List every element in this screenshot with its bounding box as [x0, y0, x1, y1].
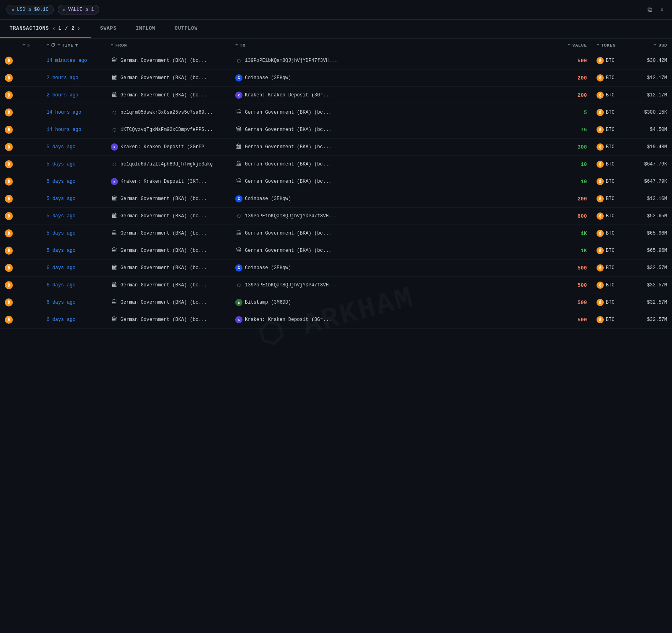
to-text[interactable]: Kraken: Kraken Deposit (3Gr... — [245, 317, 332, 323]
from-text[interactable]: German Government (BKA) (bc... — [120, 265, 207, 271]
to-text[interactable]: Bitstamp (3M6DD) — [245, 300, 291, 305]
time-sort-icon[interactable]: ≡ — [47, 43, 49, 48]
to-text[interactable]: German Government (BKA) (bc... — [245, 248, 332, 253]
token-filter-icon[interactable]: ≡ — [597, 43, 599, 48]
col-value[interactable]: ≡ VALUE — [556, 39, 592, 52]
to-text[interactable]: German Government (BKA) (bc... — [245, 231, 332, 236]
to-text[interactable]: 139PoPE1bKQam8QJjhVjYDP47f3VH... — [245, 58, 337, 63]
token-label: BTC — [606, 92, 615, 98]
to-text[interactable]: Kraken: Kraken Deposit (3Gr... — [245, 92, 332, 98]
time-cell[interactable]: 2 hours ago — [42, 69, 106, 87]
to-text[interactable]: German Government (BKA) (bc... — [245, 161, 332, 167]
from-cell: 🏛 German Government (BKA) (bc... — [106, 52, 230, 69]
addr-icon: ⬡ — [111, 126, 118, 133]
col-from[interactable]: ≡ FROM — [106, 39, 230, 52]
filter-icon[interactable]: ≡ — [22, 43, 25, 48]
time-cell[interactable]: 5 days ago — [42, 190, 106, 208]
value-filter-icon[interactable]: ≡ — [568, 43, 570, 48]
from-text[interactable]: Kraken: Kraken Deposit (3GrFP — [120, 144, 204, 150]
from-cell: 🏛 German Government (BKA) (bc... — [106, 190, 230, 208]
time-cell[interactable]: 5 days ago — [42, 156, 106, 173]
from-text[interactable]: German Government (BKA) (bc... — [120, 58, 207, 63]
from-filter-icon[interactable]: ≡ — [111, 43, 114, 48]
time-cell[interactable]: 14 hours ago — [42, 104, 106, 121]
from-text[interactable]: German Government (BKA) (bc... — [120, 282, 207, 288]
to-text[interactable]: German Government (BKA) (bc... — [245, 127, 332, 133]
from-text[interactable]: German Government (BKA) (bc... — [120, 317, 207, 323]
to-text[interactable]: Coinbase (3EHqw) — [245, 265, 291, 271]
table-row: ₿ 2 hours ago 🏛 German Government (BKA) … — [0, 87, 672, 104]
row-icons-cell — [18, 121, 42, 139]
to-text[interactable]: 139PoPE1bKQam8QJjhVjYDP47f3VH... — [245, 282, 337, 288]
tab-swaps[interactable]: SWAPS — [91, 20, 126, 38]
token-cell: ₿ BTC — [592, 52, 632, 69]
time-cell[interactable]: 5 days ago — [42, 173, 106, 190]
time-sort2-icon[interactable]: ≡ — [57, 43, 60, 48]
to-text[interactable]: German Government (BKA) (bc... — [245, 179, 332, 184]
from-text[interactable]: Kraken: Kraken Deposit (3KT... — [120, 179, 207, 184]
from-text[interactable]: bc1qulc6d7azlt4ph89djhfwgkje3akç — [120, 161, 213, 167]
usd-cell: $647.79K — [632, 156, 672, 173]
copy-icon[interactable]: ⧉ — [646, 4, 654, 15]
time-cell[interactable]: 6 days ago — [42, 277, 106, 294]
chain-icon-cell: ₿ — [0, 52, 18, 69]
tab-transactions[interactable]: TRANSACTIONS ‹ 1 / 2 › — [0, 20, 91, 38]
from-text[interactable]: German Government (BKA) (bc... — [120, 231, 207, 236]
download-icon[interactable]: ⬇ — [658, 4, 666, 15]
time-cell[interactable]: 2 hours ago — [42, 87, 106, 104]
col-token-label: TOKEN — [601, 43, 615, 48]
usd-filter-icon[interactable]: ≡ — [654, 43, 657, 48]
time-cell[interactable]: 6 days ago — [42, 259, 106, 277]
value-filter-remove[interactable]: ✕ — [63, 7, 66, 12]
from-text[interactable]: German Government (BKA) (bc... — [120, 196, 207, 202]
to-text[interactable]: Coinbase (3EHqw) — [245, 196, 291, 202]
to-filter-icon[interactable]: ≡ — [235, 43, 238, 48]
from-text[interactable]: German Government (BKA) (bc... — [120, 75, 207, 81]
time-cell[interactable]: 6 days ago — [42, 311, 106, 329]
value-cell: 10 — [556, 156, 592, 173]
token-label: BTC — [606, 282, 615, 288]
col-time[interactable]: ≡ ⏱ ≡ TIME ▼ — [42, 39, 106, 52]
col-to[interactable]: ≡ TO — [230, 39, 556, 52]
time-cell[interactable]: 5 days ago — [42, 225, 106, 242]
time-cell[interactable]: 5 days ago — [42, 208, 106, 225]
from-text[interactable]: German Government (BKA) (bc... — [120, 92, 207, 98]
from-text[interactable]: German Government (BKA) (bc... — [120, 213, 207, 219]
table-row: ₿ 5 days ago ⬡ bc1qulc6d7azlt4ph89djhfwg… — [0, 156, 672, 173]
gov-icon: 🏛 — [235, 178, 242, 185]
chain-icon-cell: ₿ — [0, 156, 18, 173]
chevron-left-icon[interactable]: ‹ — [52, 25, 56, 32]
from-text[interactable]: German Government (BKA) (bc... — [120, 248, 207, 253]
usd-filter-pill[interactable]: ✕ USD ≥ $0.10 — [6, 5, 54, 14]
from-cell: K Kraken: Kraken Deposit (3KT... — [106, 173, 230, 190]
to-text[interactable]: German Government (BKA) (bc... — [245, 110, 332, 115]
value-filter-pill[interactable]: ✕ VALUE ≥ 1 — [58, 5, 99, 14]
time-cell[interactable]: 14 minutes ago — [42, 52, 106, 69]
time-cell[interactable]: 5 days ago — [42, 139, 106, 156]
time-cell[interactable]: 5 days ago — [42, 242, 106, 259]
tab-inflow[interactable]: INFLOW — [126, 20, 165, 38]
tab-outflow[interactable]: OUTFLOW — [165, 20, 207, 38]
time-cell[interactable]: 6 days ago — [42, 294, 106, 311]
addr-icon: ⬡ — [111, 109, 118, 116]
from-text[interactable]: bc1qrm05dswkr3x8sa25vs5c7sa69... — [120, 110, 213, 115]
from-text[interactable]: 1KTCQyzvqTgxNsFm92xCDmpvfePPS... — [120, 127, 213, 133]
table-row: ₿ 5 days ago K Kraken: Kraken Deposit (3… — [0, 173, 672, 190]
to-text[interactable]: German Government (BKA) (bc... — [245, 144, 332, 150]
time-cell[interactable]: 14 hours ago — [42, 121, 106, 139]
col-usd[interactable]: ≡ USD — [632, 39, 672, 52]
table-row: ₿ 14 hours ago ⬡ 1KTCQyzvqTgxNsFm92xCDmp… — [0, 121, 672, 139]
table-row: ₿ 6 days ago 🏛 German Government (BKA) (… — [0, 277, 672, 294]
value-cell: 200 — [556, 69, 592, 87]
time-chevron-icon[interactable]: ▼ — [75, 43, 78, 48]
to-text[interactable]: 139PoPE1bKQam8QJjhVjYDP47f3VH... — [245, 213, 337, 219]
chevron-right-icon[interactable]: › — [77, 25, 81, 32]
usd-filter-remove[interactable]: ✕ — [12, 7, 14, 12]
value-cell: 500 — [556, 311, 592, 329]
usd-cell: $12.17M — [632, 69, 672, 87]
col-token[interactable]: ≡ TOKEN — [592, 39, 632, 52]
table-row: ₿ 2 hours ago 🏛 German Government (BKA) … — [0, 69, 672, 87]
to-text[interactable]: Coinbase (3EHqw) — [245, 75, 291, 81]
to-cell: ⬡ 139PoPE1bKQam8QJjhVjYDP47f3VH... — [230, 277, 556, 294]
from-text[interactable]: German Government (BKA) (bc... — [120, 300, 207, 305]
